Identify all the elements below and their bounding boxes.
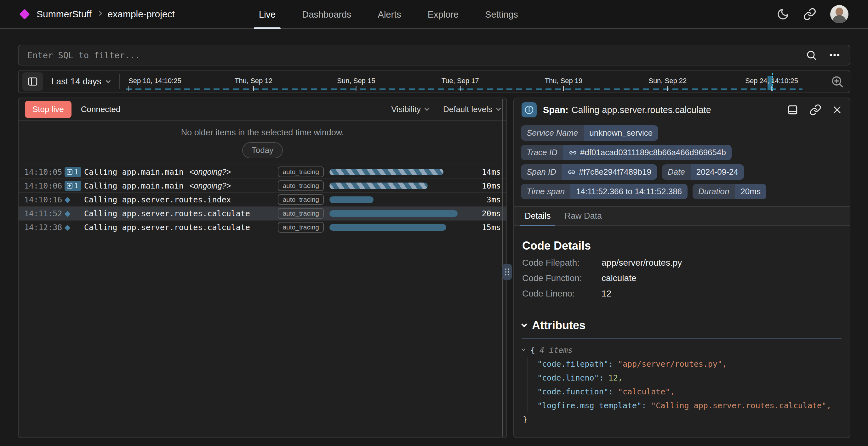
share-link-icon[interactable] bbox=[803, 7, 816, 21]
attribute-value: "Calling app.server.routes.calculate", bbox=[651, 401, 831, 410]
code-detail-value: 12 bbox=[601, 289, 611, 299]
badge-label: Time span bbox=[521, 184, 570, 199]
badge-label: Service Name bbox=[521, 125, 584, 141]
span-attribute-badge[interactable]: Date 2024-09-24 bbox=[662, 164, 744, 180]
collapse-chevron-icon[interactable] bbox=[522, 347, 525, 351]
timeline-date-label: Thu, Sep 12 bbox=[235, 77, 273, 85]
tag-badge[interactable]: auto_tracing bbox=[278, 194, 324, 205]
page-body: Last 14 days Sep 10, 14:10:25 Thu, Sep 1… bbox=[0, 29, 868, 438]
span-row[interactable]: 14:10:16 ◆ Calling app.server.routes.ind… bbox=[19, 192, 506, 206]
duration-label: 14ms bbox=[472, 167, 501, 177]
link-icon bbox=[567, 168, 576, 176]
json-open-line: { 4 items bbox=[522, 343, 841, 357]
nav-tabs: Live Dashboards Alerts Explore Settings bbox=[259, 0, 518, 29]
duration-bar-track bbox=[330, 169, 472, 175]
panel-resize-handle[interactable] bbox=[502, 264, 512, 280]
attributes-section-toggle[interactable]: Attributes bbox=[522, 319, 841, 332]
attribute-line: "code.filepath": "app/server/routes.py", bbox=[537, 357, 841, 371]
nav-tab[interactable]: Dashboards bbox=[302, 0, 351, 29]
span-row[interactable]: 14:12:38 ◆ Calling app.server.routes.cal… bbox=[19, 220, 506, 234]
span-attribute-badge[interactable]: Span ID #f7c8e294f7489b19 bbox=[521, 164, 657, 180]
span-attribute-badge[interactable]: Duration 20ms bbox=[692, 184, 766, 199]
span-attribute-badge[interactable]: Service Name unknown_service bbox=[521, 125, 658, 141]
code-details-heading: Code Details bbox=[522, 239, 841, 252]
visibility-dropdown[interactable]: Visibility bbox=[391, 104, 428, 114]
timeline-tick: Thu, Sep 19 bbox=[545, 77, 582, 91]
detail-body: Code Details Code Filepath: app/server/r… bbox=[514, 226, 850, 438]
span-diamond-icon: ◆ bbox=[65, 209, 70, 218]
user-avatar[interactable] bbox=[830, 5, 848, 23]
nav-tab[interactable]: Settings bbox=[485, 0, 518, 29]
span-message: Calling app.main.main bbox=[84, 181, 184, 190]
dark-mode-moon-icon[interactable] bbox=[777, 8, 789, 21]
span-badges: Service Name unknown_service Trace ID #d… bbox=[514, 122, 850, 199]
detail-tab[interactable]: Details bbox=[518, 207, 558, 225]
attribute-value: "app/server/routes.py", bbox=[618, 359, 727, 369]
row-timestamp: 14:10:05 bbox=[24, 167, 65, 177]
timeline-track[interactable]: Sep 10, 14:10:25 Thu, Sep 12 Sun, Sep 15… bbox=[124, 70, 823, 93]
attributes-json-tree: { 4 items "code.filepath": "app/server/r… bbox=[522, 343, 841, 426]
code-detail-row: Code Function: calculate bbox=[522, 273, 841, 283]
row-icon: ◆ bbox=[65, 223, 84, 232]
default-levels-dropdown[interactable]: Default levels bbox=[443, 104, 500, 114]
sql-filter-input[interactable] bbox=[27, 50, 806, 60]
attribute-key: "code.filepath": bbox=[537, 359, 613, 369]
span-attribute-badge[interactable]: Trace ID #df01acad0311189c8b66a466d96965… bbox=[521, 145, 732, 160]
badge-value: #f7c8e294f7489b19 bbox=[562, 164, 657, 180]
span-attribute-badge[interactable]: Time span 14:11:52.366 to 14:11:52.386 bbox=[521, 184, 687, 199]
nav-tab[interactable]: Live bbox=[259, 0, 276, 29]
time-range-bar: Last 14 days Sep 10, 14:10:25 Thu, Sep 1… bbox=[18, 70, 850, 93]
badge-value: unknown_service bbox=[584, 125, 658, 141]
duration-bar-track bbox=[330, 183, 472, 189]
row-timestamp: 14:12:38 bbox=[24, 223, 65, 232]
badge-value: 2024-09-24 bbox=[691, 164, 744, 180]
span-detail-panel: Span:Calling app.server.routes.calculate bbox=[514, 98, 850, 438]
empty-window-notice: No older items in the selected time wind… bbox=[19, 121, 506, 165]
expand-children-badge[interactable]: 1 bbox=[65, 181, 81, 191]
stop-live-button[interactable]: Stop live bbox=[25, 101, 71, 118]
timeline-tick-mark bbox=[356, 86, 356, 91]
today-button[interactable]: Today bbox=[242, 142, 283, 158]
badge-value: 14:11:52.366 to 14:11:52.386 bbox=[570, 184, 687, 199]
more-options-ellipsis-icon[interactable] bbox=[828, 49, 841, 61]
nav-tab[interactable]: Explore bbox=[428, 0, 459, 29]
nav-right bbox=[777, 5, 848, 23]
time-range-dropdown[interactable]: Last 14 days bbox=[51, 76, 110, 87]
sidebar-toggle-icon[interactable] bbox=[22, 72, 43, 91]
code-detail-label: Code Lineno: bbox=[522, 289, 601, 299]
span-row[interactable]: 14:10:05 1 Calling app.main.main <ongoin… bbox=[19, 165, 506, 179]
copy-link-icon[interactable] bbox=[809, 104, 822, 116]
badge-value-text: unknown_service bbox=[589, 128, 653, 138]
attribute-key: "logfire.msg_template": bbox=[537, 401, 646, 410]
badge-value-text: 14:11:52.366 to 14:11:52.386 bbox=[576, 187, 682, 196]
span-row[interactable]: 14:11:52 ◆ Calling app.server.routes.cal… bbox=[19, 206, 506, 220]
tag-badge[interactable]: auto_tracing bbox=[278, 222, 324, 232]
tag-badge[interactable]: auto_tracing bbox=[278, 208, 324, 219]
empty-message: No older items in the selected time wind… bbox=[19, 128, 506, 137]
duration-bar-track bbox=[330, 196, 472, 203]
open-brace: { bbox=[530, 343, 535, 357]
expand-children-badge[interactable]: 1 bbox=[65, 167, 81, 177]
attribute-line: "code.function": "calculate", bbox=[537, 385, 841, 399]
nav-tab[interactable]: Alerts bbox=[378, 0, 401, 29]
org-name[interactable]: SummerStuff bbox=[36, 9, 92, 20]
tag-badge[interactable]: auto_tracing bbox=[278, 166, 324, 177]
duration-bar-track bbox=[330, 224, 472, 231]
search-icon[interactable] bbox=[806, 50, 817, 61]
brand-diamond-logo-icon[interactable] bbox=[19, 9, 30, 20]
dock-panel-bottom-icon[interactable] bbox=[787, 104, 799, 116]
ongoing-label: <ongoing?> bbox=[189, 167, 231, 177]
zoom-in-icon[interactable] bbox=[830, 74, 844, 89]
code-detail-row: Code Lineno: 12 bbox=[522, 289, 841, 299]
row-icon: 1 bbox=[65, 181, 84, 191]
span-title-prefix: Span: bbox=[543, 105, 568, 115]
span-row[interactable]: 14:10:06 1 Calling app.main.main <ongoin… bbox=[19, 179, 506, 192]
timeline-tick-mark bbox=[460, 86, 461, 91]
badge-label: Span ID bbox=[521, 164, 562, 180]
span-list: 14:10:05 1 Calling app.main.main <ongoin… bbox=[19, 165, 506, 234]
project-name[interactable]: example-project bbox=[108, 9, 175, 20]
span-diamond-icon: ◆ bbox=[65, 223, 70, 232]
tag-badge[interactable]: auto_tracing bbox=[278, 180, 324, 191]
close-icon[interactable] bbox=[832, 105, 842, 115]
detail-tab[interactable]: Raw Data bbox=[558, 207, 609, 225]
